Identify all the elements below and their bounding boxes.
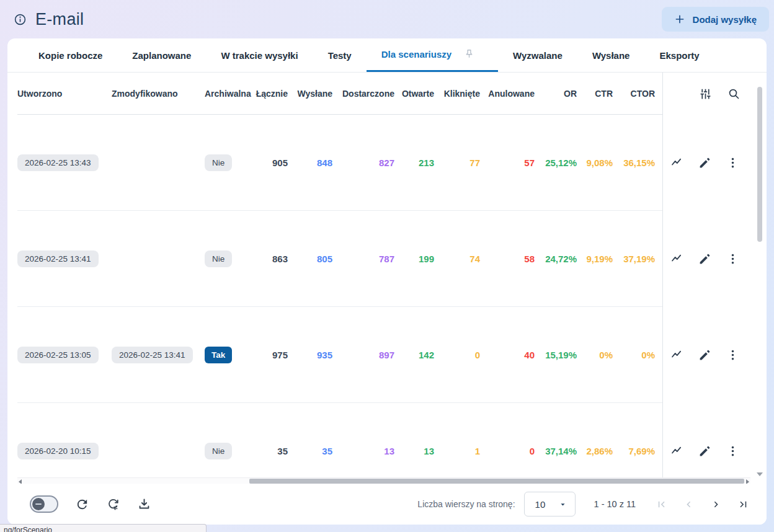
more-button[interactable] [726, 348, 739, 362]
status-bar: ng/forScenario [0, 524, 207, 532]
column-header-archiwalna[interactable]: Archiwalna [205, 73, 254, 115]
tab-w-trakcie-wysylki[interactable]: W trakcie wysyłki [206, 38, 313, 72]
cell-dostarczone: 13 [384, 446, 394, 456]
edit-button[interactable] [698, 156, 711, 170]
table-row[interactable]: 2026-02-20 10:15 Nie 35 35 13 13 1 0 37,… [7, 403, 767, 477]
edit-icon [698, 156, 711, 169]
cell-klikniete: 77 [469, 157, 480, 168]
stats-icon [670, 348, 683, 361]
cell-or: 25,12% [545, 157, 577, 168]
page-header: E-mail Dodaj wysyłkę [0, 0, 774, 38]
tab-dla-scenariuszy-label: Dla scenariuszy [381, 49, 452, 60]
stats-button[interactable] [670, 348, 683, 362]
more-icon [726, 348, 739, 361]
cell-ctor: 37,19% [623, 254, 655, 264]
horizontal-scrollbar[interactable] [17, 477, 750, 484]
edit-button[interactable] [698, 445, 711, 458]
cell-otwarte: 213 [419, 157, 434, 168]
more-icon [726, 445, 739, 458]
cell-anulowane: 58 [524, 254, 535, 264]
vertical-scrollbar-thumb[interactable] [757, 87, 762, 242]
edit-icon [698, 348, 711, 361]
more-button[interactable] [726, 445, 739, 458]
first-page-button[interactable] [656, 499, 667, 510]
cell-or: 37,14% [545, 446, 577, 456]
column-header-utworzono[interactable]: Utworzono [17, 73, 107, 115]
tab-eksporty[interactable]: Eksporty [644, 38, 714, 72]
column-header-ctr[interactable]: CTR [578, 73, 614, 115]
tab-wyzwalane[interactable]: Wyzwalane [498, 38, 577, 72]
column-header-klikniete[interactable]: Kliknięte [435, 73, 481, 115]
edit-button[interactable] [698, 348, 711, 362]
rows-per-page-select[interactable]: 10 [524, 492, 576, 516]
refresh-button[interactable] [75, 497, 89, 512]
cell-wyslane: 805 [317, 254, 332, 264]
stats-button[interactable] [670, 252, 683, 266]
search-button[interactable] [727, 87, 741, 100]
cell-lacznie: 863 [272, 254, 288, 264]
content-card: Kopie robocze Zaplanowane W trakcie wysy… [7, 38, 767, 525]
table-header-row: Utworzono Zmodyfikowano Archiwalna Łączn… [7, 73, 767, 115]
table-row[interactable]: 2026-02-25 13:05 2026-02-25 13:41 Tak 97… [7, 307, 767, 403]
tab-kopie-robocze[interactable]: Kopie robocze [24, 38, 117, 72]
table-row[interactable]: 2026-02-25 13:41 Nie 863 805 787 199 74 … [7, 211, 767, 307]
column-header-dostarczone[interactable]: Dostarczone [334, 73, 396, 115]
download-button[interactable] [137, 497, 151, 512]
add-campaign-button[interactable]: Dodaj wysyłkę [662, 7, 769, 32]
cell-or: 15,19% [545, 350, 577, 360]
row-actions [662, 211, 755, 307]
tab-testy[interactable]: Testy [313, 38, 367, 72]
more-button[interactable] [726, 156, 739, 170]
pagination-controls [656, 499, 749, 510]
stats-button[interactable] [670, 156, 683, 170]
created-date-badge: 2026-02-25 13:41 [17, 250, 99, 267]
last-page-button[interactable] [737, 499, 749, 510]
cell-ctr: 0% [599, 350, 613, 360]
created-date-badge: 2026-02-20 10:15 [17, 443, 99, 459]
edit-icon [698, 252, 711, 265]
compact-view-toggle[interactable] [30, 495, 58, 513]
cell-anulowane: 0 [530, 446, 535, 456]
more-icon [726, 252, 739, 265]
stats-button[interactable] [670, 445, 683, 458]
cell-zmodyfikowano [107, 211, 205, 307]
column-header-ctor[interactable]: CTOR [614, 73, 662, 115]
more-button[interactable] [726, 252, 739, 266]
prev-page-button[interactable] [683, 499, 695, 510]
column-header-zmodyfikowano[interactable]: Zmodyfikowano [107, 73, 205, 115]
edit-icon [698, 445, 711, 458]
info-icon[interactable] [14, 13, 27, 26]
cell-ctor: 36,15% [623, 157, 655, 168]
cell-klikniete: 74 [469, 254, 480, 264]
columns-settings-button[interactable] [698, 87, 712, 100]
tab-zaplanowane[interactable]: Zaplanowane [117, 38, 206, 72]
cell-ctor: 0% [641, 350, 655, 360]
vertical-scrollbar[interactable] [756, 84, 763, 477]
tab-wyslane[interactable]: Wysłane [577, 38, 645, 72]
cell-otwarte: 199 [419, 254, 434, 264]
tab-dla-scenariuszy[interactable]: Dla scenariuszy [367, 38, 498, 72]
archived-badge: Tak [205, 347, 232, 363]
cell-wyslane: 935 [317, 350, 332, 360]
cell-anulowane: 57 [524, 157, 535, 168]
horizontal-scrollbar-thumb[interactable] [249, 479, 744, 484]
column-header-lacznie[interactable]: Łącznie [254, 73, 289, 115]
auto-refresh-button[interactable] [106, 497, 120, 512]
column-header-anulowane[interactable]: Anulowane [481, 73, 536, 115]
scroll-down-arrow[interactable] [757, 472, 763, 476]
plus-icon [674, 14, 685, 25]
rows-per-page-value: 10 [535, 499, 546, 510]
table-row[interactable]: 2026-02-25 13:43 Nie 905 848 827 213 77 … [7, 115, 767, 211]
row-actions [662, 307, 755, 403]
cell-ctr: 9,08% [586, 157, 613, 168]
cell-dostarczone: 787 [379, 254, 394, 264]
pin-icon[interactable] [463, 48, 475, 60]
column-header-wyslane[interactable]: Wysłane [289, 73, 334, 115]
stats-icon [670, 445, 683, 458]
cell-or: 24,72% [545, 254, 577, 264]
next-page-button[interactable] [710, 499, 722, 510]
column-header-otwarte[interactable]: Otwarte [396, 73, 435, 115]
edit-button[interactable] [698, 252, 711, 266]
column-header-or[interactable]: OR [536, 73, 578, 115]
toggle-knob [32, 498, 45, 510]
